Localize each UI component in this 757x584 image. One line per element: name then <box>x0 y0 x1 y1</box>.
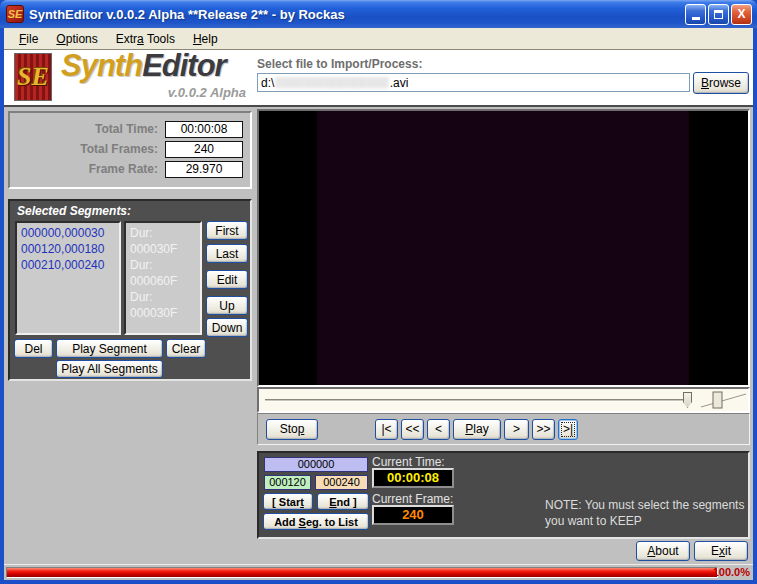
titlebar[interactable]: SE SynthEditor v.0.0.2 Alpha **Release 2… <box>0 0 757 28</box>
duration-item: Dur: 000030F <box>130 289 196 321</box>
duration-item: Dur: 000060F <box>130 257 196 289</box>
total-time-label: Total Time: <box>10 122 165 136</box>
clear-button[interactable]: Clear <box>166 339 206 358</box>
file-select-label: Select file to Import/Process: <box>257 57 422 71</box>
edit-button[interactable]: Edit <box>206 270 248 289</box>
menubar: File Options Extra Tools Help <box>4 28 753 50</box>
segment-end-box: 000240 <box>315 475 368 490</box>
play-all-segments-button[interactable]: Play All Segments <box>56 360 163 378</box>
minimize-button[interactable] <box>685 4 706 25</box>
play-segment-button[interactable]: Play Segment <box>56 339 163 358</box>
current-time-display: 00:00:08 <box>372 468 454 488</box>
segments-listbox[interactable]: 000000,000030 000120,000180 000210,00024… <box>15 221 121 335</box>
browse-button[interactable]: Browse <box>693 72 749 94</box>
maximize-button[interactable] <box>708 4 729 25</box>
minimize-icon <box>692 17 700 20</box>
first-button[interactable]: First <box>206 221 248 240</box>
segment-start-box: 000120 <box>264 475 311 490</box>
progress-bar-fill <box>7 568 717 577</box>
rewind-button[interactable]: << <box>401 419 424 440</box>
file-path-redacted: ▒▒▒▒▒▒▒▒▒▒▒▒▒▒▒▒ <box>275 77 388 88</box>
selected-segments-panel: Selected Segments: 000000,000030 000120,… <box>8 199 252 381</box>
durations-listbox[interactable]: Dur: 000030F Dur: 000060F Dur: 000030F <box>124 221 202 335</box>
frame-rate-value: 29.970 <box>165 161 243 178</box>
down-button[interactable]: Down <box>206 318 248 337</box>
window-title: SynthEditor v.0.0.2 Alpha **Release 2** … <box>29 7 685 22</box>
slider-row <box>257 387 750 413</box>
video-frame <box>317 111 689 385</box>
volume-slider[interactable] <box>699 391 749 414</box>
menu-extra-tools[interactable]: Extra Tools <box>107 30 184 48</box>
app-logo: SE <box>14 53 52 101</box>
volume-wedge-icon <box>699 391 749 410</box>
seek-slider-thumb[interactable] <box>683 392 692 408</box>
mark-start-button[interactable]: [ Start <box>263 493 313 510</box>
total-time-value: 00:00:08 <box>165 121 243 138</box>
total-frames-label: Total Frames: <box>10 142 165 156</box>
segment-item[interactable]: 000000,000030 <box>21 225 115 241</box>
current-frame-display: 240 <box>372 505 454 525</box>
menu-file[interactable]: File <box>10 30 47 48</box>
stop-button[interactable]: Stop <box>266 419 318 440</box>
segment-item[interactable]: 000210,000240 <box>21 257 115 273</box>
file-path-suffix: .avi <box>390 76 409 90</box>
segment-current-box: 000000 <box>264 457 368 472</box>
fast-forward-button[interactable]: >> <box>532 419 555 440</box>
close-button[interactable]: X <box>731 4 752 25</box>
segment-editor-panel: 000000 000120 000240 [ Start End ] Add S… <box>257 451 750 539</box>
frame-rate-label: Frame Rate: <box>10 162 165 176</box>
menu-options[interactable]: Options <box>47 30 106 48</box>
progress-bar <box>6 567 718 578</box>
file-path-prefix: d:\ <box>261 76 274 90</box>
header: SE SynthEditor v.0.0.2 Alpha Select file… <box>4 50 753 107</box>
about-button[interactable]: About <box>636 541 690 561</box>
seek-slider-track[interactable] <box>265 399 685 402</box>
brand-title: SynthEditor <box>61 48 226 84</box>
maximize-icon <box>714 10 723 19</box>
current-frame-label: Current Frame: <box>372 492 453 506</box>
play-button[interactable]: Play <box>453 419 501 440</box>
step-forward-button[interactable]: > <box>504 419 529 440</box>
selected-segments-title: Selected Segments: <box>17 204 131 218</box>
segment-item[interactable]: 000120,000180 <box>21 241 115 257</box>
step-back-button[interactable]: < <box>427 419 450 440</box>
app-window: SE SynthEditor v.0.0.2 Alpha **Release 2… <box>0 0 757 584</box>
video-preview <box>257 109 750 387</box>
up-button[interactable]: Up <box>206 296 248 315</box>
progress-percent-label: 100.0% <box>713 566 750 578</box>
go-start-button[interactable]: |< <box>375 419 398 440</box>
main-area: Total Time: 00:00:08 Total Frames: 240 F… <box>4 107 753 564</box>
keep-note: NOTE: You must select the segments you w… <box>545 497 751 529</box>
menu-help[interactable]: Help <box>184 30 227 48</box>
go-end-button[interactable]: >| <box>558 419 578 440</box>
del-button[interactable]: Del <box>14 339 53 358</box>
total-frames-value: 240 <box>165 141 243 158</box>
last-button[interactable]: Last <box>206 244 248 263</box>
mark-end-button[interactable]: End ] <box>317 493 369 510</box>
duration-item: Dur: 000030F <box>130 225 196 257</box>
file-info-panel: Total Time: 00:00:08 Total Frames: 240 F… <box>8 111 252 189</box>
current-time-label: Current Time: <box>372 455 445 469</box>
close-icon: X <box>737 8 745 20</box>
status-bar: 100.0% <box>4 564 753 580</box>
add-segment-button[interactable]: Add Seg. to List <box>263 513 369 530</box>
transport-bar: Stop |< << < Play > >> >| <box>257 413 750 445</box>
app-icon: SE <box>6 5 24 23</box>
brand-version: v.0.0.2 Alpha <box>104 85 246 100</box>
file-path-input[interactable]: d:\▒▒▒▒▒▒▒▒▒▒▒▒▒▒▒▒.avi <box>257 73 690 92</box>
exit-button[interactable]: Exit <box>694 541 748 561</box>
